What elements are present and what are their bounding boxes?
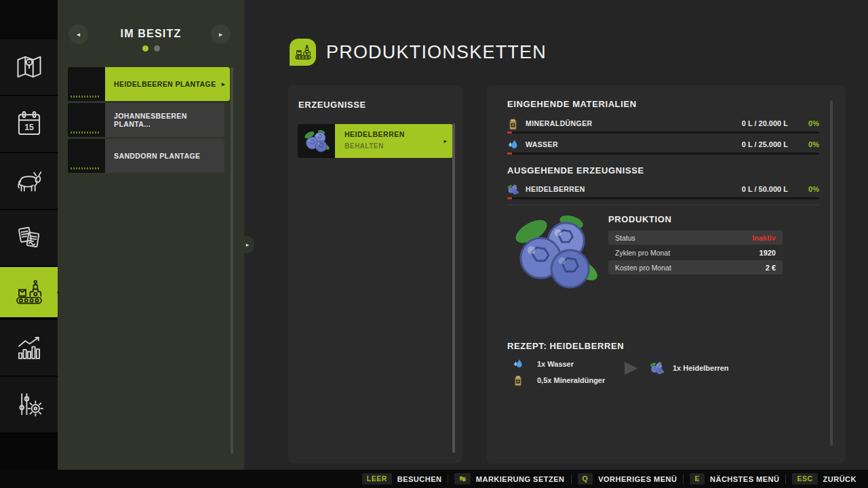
page-dots [58,45,244,52]
play-icon: ▶ [625,359,637,375]
list-item-johannesbeeren-plantage[interactable]: JOHANNESBEEREN PLANTA... [68,103,224,137]
row-label: Kosten pro Monat [615,264,671,272]
material-name: WASSER [526,140,742,148]
inputs-title: EINGEHENDE MATERIALIEN [507,99,637,109]
input-row-wasser: WASSER 0 L / 25.000 L 0% [507,136,819,152]
plantation-label-text: SANDDORN PLANTAGE [114,152,200,160]
calendar-icon [14,108,45,140]
item-arrow-icon: ▸ [443,138,447,144]
keybind-previous-menu[interactable]: Q VORHERIGES MENÜ [578,473,677,485]
sidebar-item-settings[interactable] [0,377,58,432]
material-name: HEIDELBERREN [526,185,742,193]
owned-panel: ◂ IM BESITZ ▸ HEIDELBEEREN PLANTAGE ▸ JO… [58,0,244,470]
material-percent: 0% [788,119,819,127]
blueberries-icon [304,129,330,153]
material-amount: 0 L / 50.000 L [742,185,788,193]
plantation-list: HEIDELBEEREN PLANTAGE ▸ JOHANNESBEEREN P… [68,67,230,175]
plantation-thumbnail [68,139,105,173]
next-arrow-icon: ▸ [219,30,222,38]
production-title: PRODUKTION [608,214,783,224]
inputs-list: MINERALDÜNGER 0 L / 20.000 L 0% WASSER 0… [507,115,819,157]
product-thumbnail [298,124,335,158]
key-e: E [690,473,705,485]
recipe-input-mineralduenger: 0,5x Mineraldünger [507,373,605,387]
material-amount: 0 L / 25.000 L [742,140,788,148]
status-badge: Inaktiv [752,234,776,242]
plantation-label: HEIDELBEEREN PLANTAGE ▸ [105,67,230,101]
product-label: HEIDELBERREN BEHALTEN [335,124,453,158]
keybind-set-marker[interactable]: ↹ MARKIERUNG SETZEN [454,473,564,485]
page-dot [154,45,160,52]
material-percent: 0% [788,140,819,148]
fill-level-bar [507,152,819,155]
bottom-key-bar: LEER BESUCHEN ↹ MARKIERUNG SETZEN Q VORH… [0,470,868,488]
details-panel: EINGEHENDE MATERIALIEN MINERALDÜNGER 0 L… [487,85,846,463]
rail-spacer [0,0,58,38]
product-name: HEIDELBERREN [344,130,453,138]
section-divider [507,205,819,205]
water-icon [507,138,519,151]
sidebar-item-statistics[interactable] [0,320,58,375]
key-tab: ↹ [454,473,470,485]
recipe-output-label: 1x Heidelberren [673,364,729,372]
keybind-label: MARKIERUNG SETZEN [476,475,565,483]
material-percent: 0% [788,185,819,193]
page-icon-badge [290,39,316,66]
keybind-label: NÄCHSTES MENÜ [710,475,779,483]
recipe-inputs: 1x Wasser 0,5x Mineraldünger [507,357,605,390]
page-dot-active [142,45,149,52]
fertilizer-icon [513,374,524,386]
page-title: PRODUKTIONSKETTEN [326,42,547,63]
expand-arrow-icon: ▸ [246,241,250,248]
keybind-back[interactable]: ESC ZURÜCK [792,473,856,485]
row-label: Status [615,234,635,242]
plantation-label-text: HEIDELBEEREN PLANTAGE [114,80,216,88]
separator [448,474,448,484]
fertilizer-icon [507,117,519,130]
row-value: 2 € [766,264,776,272]
app-root: 15 [0,0,868,488]
factory-icon [294,43,313,62]
list-item-sanddorn-plantage[interactable]: SANDDORN PLANTAGE [68,139,224,173]
row-value: 1920 [760,249,776,257]
keybind-visit[interactable]: LEER BESUCHEN [362,473,442,485]
keybind-label: BESUCHEN [397,475,442,483]
animals-icon [14,165,45,197]
item-arrow-icon: ▸ [222,81,225,87]
table-row-cycles: Zyklen pro Monat 1920 [608,245,783,260]
separator [683,474,684,484]
key-space: LEER [362,473,392,485]
details-scrollbar[interactable] [830,100,833,446]
output-row-heidelberren: HEIDELBERREN 0 L / 50.000 L 0% [507,181,819,197]
list-item-heidelbeeren-plantage[interactable]: HEIDELBEEREN PLANTAGE ▸ [68,67,230,101]
production-table: PRODUKTION Status Inaktiv Zyklen pro Mon… [608,214,783,275]
sidebar-item-animals[interactable] [0,153,58,209]
sidebar-item-calendar[interactable] [0,96,58,152]
material-amount: 0 L / 20.000 L [742,119,788,127]
production-icon [14,277,45,308]
sidebar-rail: ▸ [0,0,58,488]
row-label: Zyklen pro Monat [615,249,670,257]
plantation-label-text: JOHANNESBEEREN PLANTA... [114,112,214,128]
statistics-icon [14,332,45,363]
key-q: Q [578,473,593,485]
product-item-heidelberren[interactable]: HEIDELBERREN BEHALTEN ▸ [298,124,453,158]
fill-level-bar [507,197,819,199]
fill-level-bar [507,131,819,134]
sidebar-item-contracts[interactable] [0,210,58,266]
owned-list-scrollbar[interactable] [231,67,233,454]
products-scrollbar[interactable] [452,123,455,453]
recipe-ingredient-label: 0,5x Mineraldünger [537,376,605,384]
selected-tab-arrow-icon: ▸ [57,289,60,296]
plantation-label: SANDDORN PLANTAGE [105,139,224,173]
recipe-title: REZEPT: HEIDELBERREN [507,341,624,351]
keybind-label: ZURÜCK [823,475,856,483]
sidebar-item-production[interactable]: ▸ [0,267,58,317]
separator [785,474,786,484]
blueberries-icon [650,361,665,375]
panel-expand-button[interactable]: ▸ [239,236,254,253]
next-page-button[interactable]: ▸ [211,24,231,44]
water-icon [513,358,524,370]
sidebar-item-map[interactable] [0,39,58,95]
keybind-next-menu[interactable]: E NÄCHSTES MENÜ [690,473,779,485]
